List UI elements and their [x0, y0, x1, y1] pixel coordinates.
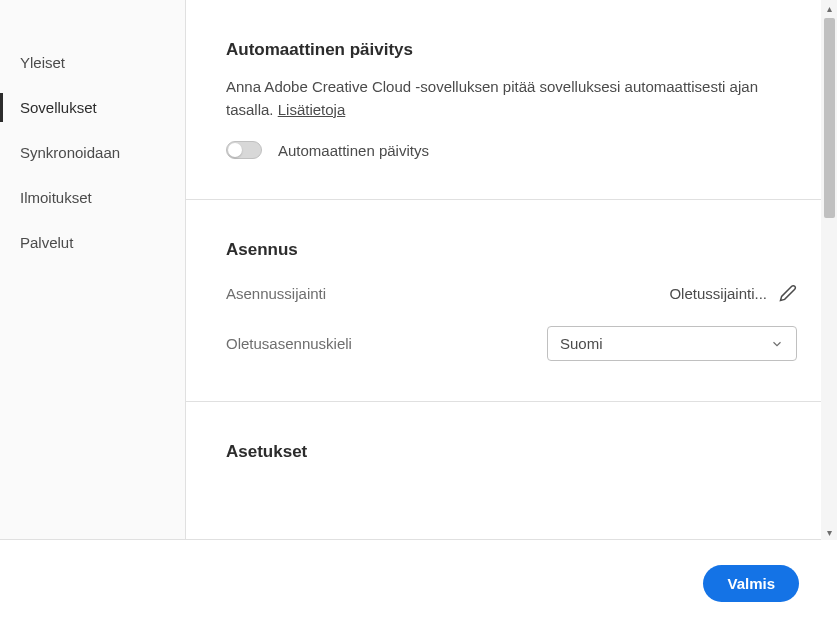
sidebar-item-general[interactable]: Yleiset — [0, 40, 185, 85]
install-language-row: Oletusasennuskieli Suomi — [226, 326, 797, 361]
sidebar-item-services[interactable]: Palvelut — [0, 220, 185, 265]
sidebar-item-apps[interactable]: Sovellukset — [0, 85, 185, 130]
auto-update-description: Anna Adobe Creative Cloud -sovelluksen p… — [226, 76, 797, 121]
auto-update-toggle-label: Automaattinen päivitys — [278, 142, 429, 159]
done-button[interactable]: Valmis — [703, 565, 799, 602]
scrollbar-down-arrow[interactable]: ▾ — [821, 524, 837, 540]
install-language-label: Oletusasennuskieli — [226, 335, 352, 352]
main-panel: Automaattinen päivitys Anna Adobe Creati… — [186, 0, 837, 539]
footer: Valmis — [0, 540, 837, 627]
auto-update-more-link[interactable]: Lisätietoja — [278, 101, 346, 118]
section-install: Asennus Asennussijainti Oletussijainti..… — [186, 200, 837, 402]
section-auto-update: Automaattinen päivitys Anna Adobe Creati… — [186, 0, 837, 200]
install-location-value: Oletussijainti... — [669, 284, 797, 302]
sidebar-item-label: Ilmoitukset — [20, 189, 92, 206]
install-location-row: Asennussijainti Oletussijainti... — [226, 284, 797, 302]
install-title: Asennus — [226, 240, 797, 260]
install-location-label: Asennussijainti — [226, 285, 326, 302]
install-language-value: Suomi — [560, 335, 603, 352]
install-location-text: Oletussijainti... — [669, 285, 767, 302]
toggle-knob — [228, 143, 242, 157]
sidebar-item-notifications[interactable]: Ilmoitukset — [0, 175, 185, 220]
edit-icon[interactable] — [779, 284, 797, 302]
main-container: Yleiset Sovellukset Synkronoidaan Ilmoit… — [0, 0, 837, 540]
auto-update-title: Automaattinen päivitys — [226, 40, 797, 60]
scrollbar-track: ▴ ▾ — [821, 0, 837, 540]
sidebar-item-label: Sovellukset — [20, 99, 97, 116]
install-language-select[interactable]: Suomi — [547, 326, 797, 361]
section-settings: Asetukset — [186, 402, 837, 518]
sidebar: Yleiset Sovellukset Synkronoidaan Ilmoit… — [0, 0, 186, 539]
chevron-down-icon — [770, 337, 784, 351]
scrollbar-thumb[interactable] — [824, 18, 835, 218]
scrollbar-up-arrow[interactable]: ▴ — [821, 0, 837, 16]
sidebar-item-label: Synkronoidaan — [20, 144, 120, 161]
sidebar-item-label: Yleiset — [20, 54, 65, 71]
sidebar-item-label: Palvelut — [20, 234, 73, 251]
auto-update-toggle-row: Automaattinen päivitys — [226, 141, 797, 159]
settings-title: Asetukset — [226, 442, 797, 462]
sidebar-item-syncing[interactable]: Synkronoidaan — [0, 130, 185, 175]
auto-update-toggle[interactable] — [226, 141, 262, 159]
